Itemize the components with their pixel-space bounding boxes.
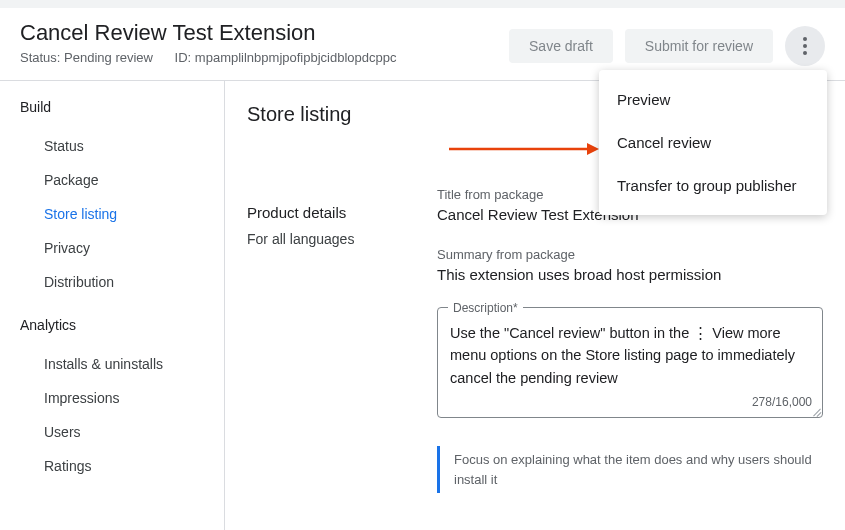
sidebar-item-installs[interactable]: Installs & uninstalls — [20, 347, 224, 381]
page-title: Cancel Review Test Extension — [20, 20, 396, 46]
sidebar-item-impressions[interactable]: Impressions — [20, 381, 224, 415]
status-value: Pending review — [64, 50, 153, 65]
sidebar: Build Status Package Store listing Priva… — [0, 81, 225, 530]
sidebar-item-users[interactable]: Users — [20, 415, 224, 449]
status-label: Status: — [20, 50, 60, 65]
sidebar-item-privacy[interactable]: Privacy — [20, 231, 224, 265]
main-col-left: Store listing Product details For all la… — [247, 103, 437, 530]
sidebar-head-analytics: Analytics — [20, 317, 224, 333]
topbar-gap — [0, 0, 845, 8]
summary-from-package-label: Summary from package — [437, 247, 823, 262]
sidebar-item-status[interactable]: Status — [20, 129, 224, 163]
menu-item-transfer[interactable]: Transfer to group publisher — [599, 164, 827, 207]
header-actions: Save draft Submit for review — [509, 20, 825, 66]
id-label: ID: — [175, 50, 192, 65]
resize-handle-icon[interactable] — [811, 406, 821, 416]
product-details-heading: Product details — [247, 204, 437, 221]
more-options-menu: Preview Cancel review Transfer to group … — [599, 70, 827, 215]
id-value: mpamplilnbpmjpofipbjcidblopdcppc — [195, 50, 397, 65]
more-options-button[interactable] — [785, 26, 825, 66]
header-left: Cancel Review Test Extension Status: Pen… — [20, 20, 396, 65]
header-meta: Status: Pending review ID: mpamplilnbpmj… — [20, 50, 396, 65]
section-title: Store listing — [247, 103, 437, 126]
description-value: Use the "Cancel review" button in the ⋮ … — [450, 325, 795, 386]
sidebar-item-store-listing[interactable]: Store listing — [20, 197, 224, 231]
annotation-arrow-icon — [449, 140, 601, 158]
description-field[interactable]: Description* Use the "Cancel review" but… — [437, 307, 823, 418]
menu-item-preview[interactable]: Preview — [599, 78, 827, 121]
description-hint: Focus on explaining what the item does a… — [437, 446, 823, 493]
menu-item-cancel-review[interactable]: Cancel review — [599, 121, 827, 164]
sidebar-group-analytics: Analytics Installs & uninstalls Impressi… — [20, 317, 224, 483]
sidebar-item-package[interactable]: Package — [20, 163, 224, 197]
sidebar-group-build: Build Status Package Store listing Priva… — [20, 99, 224, 299]
sidebar-head-build: Build — [20, 99, 224, 115]
svg-marker-1 — [587, 143, 599, 155]
for-all-languages: For all languages — [247, 231, 437, 247]
sidebar-item-ratings[interactable]: Ratings — [20, 449, 224, 483]
sidebar-item-distribution[interactable]: Distribution — [20, 265, 224, 299]
more-vert-icon — [803, 37, 807, 55]
save-draft-button[interactable]: Save draft — [509, 29, 613, 63]
description-char-count: 278/16,000 — [752, 393, 812, 412]
submit-review-button[interactable]: Submit for review — [625, 29, 773, 63]
summary-from-package-value: This extension uses broad host permissio… — [437, 266, 823, 283]
description-label: Description* — [448, 299, 523, 318]
